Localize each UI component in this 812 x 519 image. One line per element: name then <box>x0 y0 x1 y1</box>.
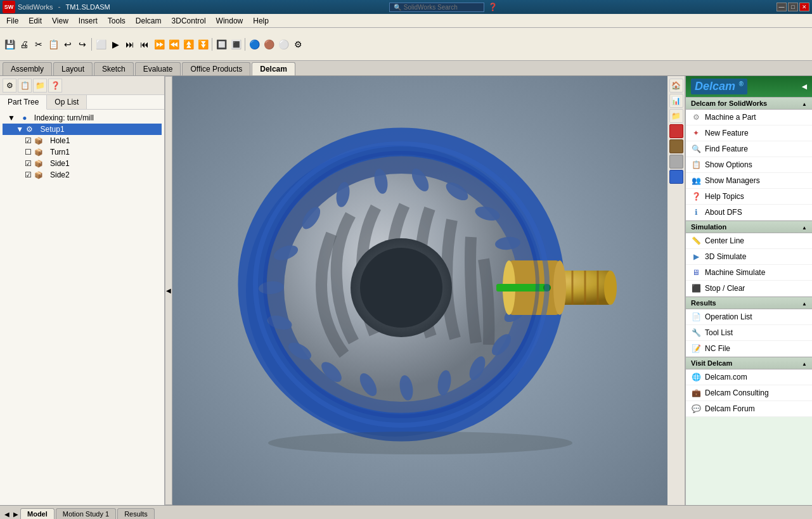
lp-btn-3[interactable]: 📁 <box>33 79 47 93</box>
toolbar-button-8[interactable]: ▶ <box>108 37 122 51</box>
delcam-item-machine_part[interactable]: ⚙Machine a Part <box>686 110 812 125</box>
help-icon[interactable]: ❓ <box>488 3 498 11</box>
search-input[interactable] <box>404 4 480 11</box>
ri-folder[interactable]: 📁 <box>669 109 683 123</box>
tab-office-products[interactable]: Office Products <box>182 62 250 75</box>
toolbar-button-20[interactable]: 🟤 <box>262 37 276 51</box>
delcam-item-center_line[interactable]: 📏Center Line <box>686 233 812 249</box>
toolbar-button-10[interactable]: ⏮ <box>138 37 151 51</box>
bottom-tab-model[interactable]: Model <box>20 508 55 519</box>
tab-assembly[interactable]: Assembly <box>3 62 52 75</box>
ri-red[interactable] <box>669 124 683 138</box>
ri-chart[interactable]: 📊 <box>669 94 683 108</box>
section-header-sim[interactable]: Simulation <box>686 221 812 233</box>
menu-item-window[interactable]: Window <box>211 15 248 27</box>
bottom-tab-motion-study-1[interactable]: Motion Study 1 <box>56 508 116 519</box>
toolbar-button-2[interactable]: ✂ <box>32 37 46 51</box>
tree-check-hole1[interactable]: ☑ <box>25 136 32 145</box>
delcam-item-3d_simulate[interactable]: ▶3D Simulate <box>686 249 812 265</box>
section-chevron-sim <box>802 223 807 231</box>
tree-item-indexing[interactable]: ▼ ● Indexing: turn/mill <box>3 112 162 124</box>
tree-icon-side1: 📦 <box>34 160 43 168</box>
delcam-item-help_topics[interactable]: ❓Help Topics <box>686 189 812 205</box>
toolbar-button-7[interactable]: ⬜ <box>94 37 108 51</box>
toolbar-button-19[interactable]: 🔵 <box>247 37 261 51</box>
toolbar-button-1[interactable]: 🖨 <box>17 37 31 51</box>
delcam-item-stop_clear[interactable]: ⬛Stop / Clear <box>686 281 812 297</box>
bottom-tab-prev[interactable]: ◀ <box>3 509 11 519</box>
tab-layout[interactable]: Layout <box>53 62 93 75</box>
toolbar-button-3[interactable]: 📋 <box>46 37 60 51</box>
delcam-item-delcam_consulting[interactable]: 💼Delcam Consulting <box>686 385 812 401</box>
3d-viewport[interactable] <box>172 76 667 505</box>
delcam-item-delcam_com[interactable]: 🌐Delcam.com <box>686 369 812 385</box>
tree-item-turn1[interactable]: ☐📦 Turn1 <box>3 146 162 158</box>
menu-item-edit[interactable]: Edit <box>23 15 47 27</box>
delcam-item-about_dfs[interactable]: ℹAbout DFS <box>686 205 812 221</box>
help_topics-icon: ❓ <box>691 191 701 202</box>
delcam-item-operation_list[interactable]: 📄Operation List <box>686 309 812 325</box>
tree-item-setup1[interactable]: ▼⚙ Setup1 <box>3 124 162 135</box>
tree-item-side2[interactable]: ☑📦 Side2 <box>3 169 162 181</box>
menu-item-view[interactable]: View <box>47 15 74 27</box>
toolbar-button-0[interactable]: 💾 <box>3 37 16 51</box>
toolbar-button-11[interactable]: ⏩ <box>152 37 166 51</box>
lp-btn-4[interactable]: ❓ <box>48 79 62 93</box>
toolbar-button-4[interactable]: ↩ <box>61 37 75 51</box>
delcam-item-find_feature[interactable]: 🔍Find Feature <box>686 141 812 157</box>
menu-item-tools[interactable]: Tools <box>103 15 131 27</box>
toolbar-button-14[interactable]: ⏬ <box>196 37 210 51</box>
tree-check-side1[interactable]: ☑ <box>25 159 32 168</box>
delcam-panel: Delcam ® ◀ Delcam for SolidWorks ⚙Machin… <box>685 76 812 505</box>
delcam-item-tool_list[interactable]: 🔧Tool List <box>686 325 812 341</box>
toolbar-button-12[interactable]: ⏪ <box>167 37 181 51</box>
toolbar-button-5[interactable]: ↪ <box>75 37 89 51</box>
toolbar-button-13[interactable]: ⏫ <box>181 37 195 51</box>
tree-check-side2[interactable]: ☑ <box>25 170 32 179</box>
tree-expand-setup1[interactable]: ▼ <box>16 125 23 134</box>
ri-blue[interactable] <box>669 170 683 184</box>
bottom-tab-results[interactable]: Results <box>117 508 155 519</box>
ri-home[interactable]: 🏠 <box>669 79 683 93</box>
delcam-item-machine_simulate[interactable]: 🖥Machine Simulate <box>686 265 812 281</box>
delcam-collapse-icon[interactable]: ◀ <box>802 83 807 90</box>
ri-grey[interactable] <box>669 155 683 169</box>
delcam-item-show_options[interactable]: 📋Show Options <box>686 157 812 173</box>
menu-item-3dcontrol[interactable]: 3DControl <box>167 15 211 27</box>
tab-delcam[interactable]: Delcam <box>252 62 295 75</box>
delcam-item-delcam_forum[interactable]: 💬Delcam Forum <box>686 401 812 417</box>
tree-item-hole1[interactable]: ☑📦 Hole1 <box>3 135 162 146</box>
tab-sketch[interactable]: Sketch <box>94 62 134 75</box>
menu-item-help[interactable]: Help <box>248 15 274 27</box>
maximize-button[interactable]: □ <box>788 3 798 11</box>
close-button[interactable]: ✕ <box>799 3 809 11</box>
toolbar-button-16[interactable]: 🔲 <box>214 37 228 51</box>
lp-btn-2[interactable]: 📋 <box>18 79 32 93</box>
section-header-results[interactable]: Results <box>686 297 812 309</box>
delcam_forum-icon: 💬 <box>691 404 701 414</box>
ri-brown[interactable] <box>669 139 683 153</box>
tree-expand-indexing[interactable]: ▼ <box>8 113 15 122</box>
delcam-item-show_managers[interactable]: 👥Show Managers <box>686 173 812 189</box>
delcam-item-nc_file[interactable]: 📝NC File <box>686 341 812 357</box>
menu-item-delcam[interactable]: Delcam <box>131 15 167 27</box>
minimize-button[interactable]: — <box>777 3 787 11</box>
toolbar-button-21[interactable]: ⚪ <box>276 37 290 51</box>
lp-btn-1[interactable]: ⚙ <box>3 79 16 93</box>
panel-collapse-button[interactable]: ◀ <box>165 76 172 505</box>
menu-item-file[interactable]: File <box>1 15 23 27</box>
section-header-dfs[interactable]: Delcam for SolidWorks <box>686 97 812 110</box>
tree-item-side1[interactable]: ☑📦 Side1 <box>3 158 162 169</box>
tab-op-list[interactable]: Op List <box>47 95 87 109</box>
tab-part-tree[interactable]: Part Tree <box>0 95 47 110</box>
delcam-item-new_feature[interactable]: ✦New Feature <box>686 125 812 141</box>
toolbar-button-9[interactable]: ⏭ <box>123 37 137 51</box>
tab-evaluate[interactable]: Evaluate <box>135 62 181 75</box>
titlebar: SW SolidWorks - TM1.SLDASM 🔍 ❓ — □ ✕ <box>0 0 812 14</box>
tree-check-turn1[interactable]: ☐ <box>25 148 32 157</box>
section-header-visit[interactable]: Visit Delcam <box>686 357 812 369</box>
bottom-tab-next[interactable]: ▶ <box>11 509 20 519</box>
menu-item-insert[interactable]: Insert <box>74 15 103 27</box>
toolbar-button-22[interactable]: ⚙ <box>291 37 305 51</box>
toolbar-button-17[interactable]: 🔳 <box>229 37 243 51</box>
